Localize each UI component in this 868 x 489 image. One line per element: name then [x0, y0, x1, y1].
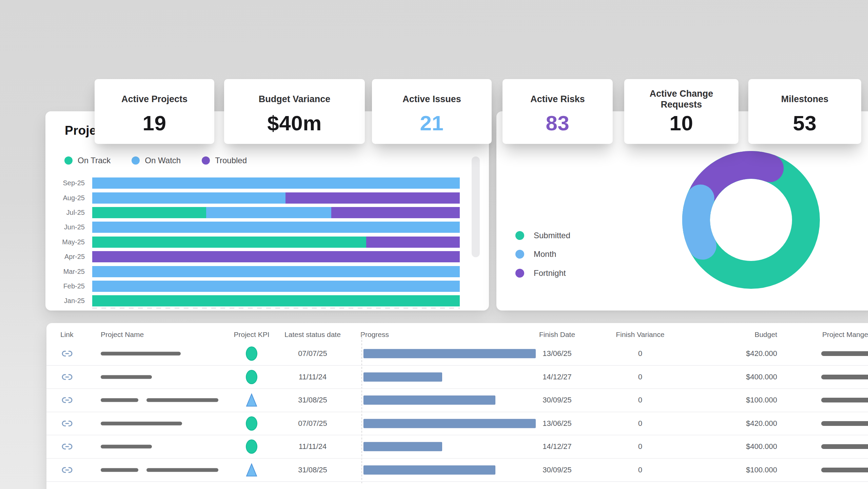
projects-table-body: 07/07/2513/06/250$420.000 11/11/2414/12/… — [46, 342, 868, 482]
name-bar — [101, 352, 181, 356]
latest-status-date: 31/08/25 — [272, 466, 353, 474]
table-row[interactable]: 07/07/2513/06/250$420.000 — [46, 342, 868, 366]
kpi-card: Active Issues21 — [372, 79, 492, 144]
legend-dot-icon — [515, 250, 524, 259]
link-icon[interactable] — [61, 443, 73, 451]
bar-segment-on_watch[interactable] — [206, 207, 331, 218]
bar-row-label: Mar-25 — [45, 268, 85, 276]
kpi-card-title: Active Projects — [117, 87, 192, 112]
bar-row: Apr-25 — [45, 249, 489, 264]
project-name-placeholder — [101, 468, 218, 472]
budget-value: $420.000 — [709, 419, 777, 428]
name-bar — [146, 468, 218, 472]
col-header-progress: Progress — [360, 331, 389, 339]
bar-segment-on_watch[interactable] — [92, 192, 285, 204]
kpi-card: Budget Variance$40m — [224, 79, 365, 144]
project-name-placeholder — [101, 352, 181, 356]
legend-item[interactable]: Submitted — [515, 231, 570, 240]
table-row[interactable]: 31/08/2530/09/250$100.000 — [46, 459, 868, 482]
table-row[interactable]: 07/07/2513/06/250$420.000 — [46, 412, 868, 436]
link-icon[interactable] — [61, 373, 73, 381]
donut-slice-fortnight[interactable] — [704, 165, 770, 192]
legend-label: Submitted — [534, 231, 570, 240]
table-row[interactable]: 31/08/2530/09/250$100.000 — [46, 389, 868, 412]
bar-segment-on_track[interactable] — [92, 295, 460, 306]
projects-table-panel: Link Project Name Project KPI Latest sta… — [46, 323, 868, 489]
table-row[interactable]: 11/11/2414/12/270$400.000 — [46, 366, 868, 389]
kpi-card-value: 10 — [670, 111, 693, 135]
bar-row-label: Feb-25 — [45, 282, 85, 290]
name-bar — [101, 398, 138, 402]
bar-segment-troubled[interactable] — [285, 192, 460, 204]
chart-scrollbar[interactable] — [472, 156, 480, 257]
col-header-finish-date: Finish Date — [523, 331, 591, 339]
donut-slice-month[interactable] — [696, 199, 703, 246]
name-bar — [146, 398, 218, 402]
status-stacked-bar-chart: Sep-25Aug-25Jul-25Jun-25May-25Apr-25Mar-… — [45, 176, 489, 308]
bar-track — [92, 251, 460, 262]
bar-segment-on_watch[interactable] — [92, 266, 460, 277]
bar-row: Aug-25 — [45, 190, 489, 205]
bar-segment-on_watch[interactable] — [92, 222, 460, 233]
col-header-project-name: Project Name — [101, 331, 144, 339]
kpi-triangle-icon — [245, 463, 258, 477]
legend-item[interactable]: Troubled — [202, 156, 247, 165]
x-axis-dashes — [92, 307, 460, 309]
bar-segment-troubled[interactable] — [366, 237, 460, 248]
finish-date: 13/06/25 — [523, 419, 591, 428]
link-icon[interactable] — [61, 419, 73, 428]
latest-status-date: 11/11/24 — [272, 442, 353, 451]
kpi-card-title: Active Issues — [398, 87, 466, 112]
bar-segment-on_track[interactable] — [92, 237, 366, 248]
kpi-circle-icon — [246, 416, 257, 431]
budget-value: $400.000 — [709, 373, 777, 381]
progress-bar — [363, 372, 442, 381]
kpi-card: Milestones53 — [748, 79, 861, 144]
project-name-placeholder — [101, 398, 218, 402]
finish-date: 30/09/25 — [523, 466, 591, 474]
latest-status-date: 07/07/25 — [272, 419, 353, 428]
bar-row-label: Apr-25 — [45, 253, 85, 261]
col-header-budget: Budget — [709, 331, 777, 339]
dashboard-screen: Projec On TrackOn WatchTroubled Sep-25Au… — [0, 0, 868, 489]
bar-segment-on_watch[interactable] — [92, 177, 460, 189]
progress-bar — [363, 349, 536, 358]
bar-segment-on_watch[interactable] — [92, 281, 460, 292]
name-bar — [101, 468, 138, 472]
bar-row-label: Jan-25 — [45, 297, 85, 305]
bar-row: Mar-25 — [45, 264, 489, 279]
table-row[interactable]: 11/11/2414/12/270$400.000 — [46, 435, 868, 459]
finish-variance: 0 — [599, 442, 681, 451]
latest-status-date: 31/08/25 — [272, 396, 353, 405]
legend-dot-icon — [132, 156, 140, 165]
bar-segment-troubled[interactable] — [92, 251, 460, 262]
legend-dot-icon — [515, 269, 524, 278]
finish-date: 13/06/25 — [523, 349, 591, 358]
legend-item[interactable]: On Watch — [132, 156, 181, 165]
finish-variance: 0 — [599, 419, 681, 428]
bar-track — [92, 192, 460, 204]
link-icon[interactable] — [61, 466, 73, 474]
col-header-project-manager: Project Manger — [822, 331, 868, 339]
bar-row: Feb-25 — [45, 279, 489, 294]
bar-segment-on_track[interactable] — [92, 207, 206, 218]
link-icon[interactable] — [61, 350, 73, 358]
kpi-card-title: Active Risks — [526, 87, 590, 112]
link-icon[interactable] — [61, 396, 73, 404]
legend-item[interactable]: Fortnight — [515, 269, 566, 278]
legend-item[interactable]: Month — [515, 250, 556, 259]
budget-value: $420.000 — [709, 349, 777, 358]
bar-segment-troubled[interactable] — [331, 207, 460, 218]
name-bar — [101, 421, 182, 425]
donut-chart[interactable] — [673, 142, 829, 298]
progress-bar — [363, 465, 495, 474]
legend-item[interactable]: On Track — [64, 156, 111, 165]
name-bar — [101, 375, 152, 379]
project-name-placeholder — [101, 375, 152, 379]
kpi-card: Active Risks83 — [502, 79, 613, 144]
latest-status-date: 07/07/25 — [272, 349, 353, 358]
kpi-circle-icon — [246, 346, 257, 361]
project-manager-placeholder — [821, 351, 868, 356]
bar-row: Jul-25 — [45, 205, 489, 220]
finish-date: 14/12/27 — [523, 442, 591, 451]
